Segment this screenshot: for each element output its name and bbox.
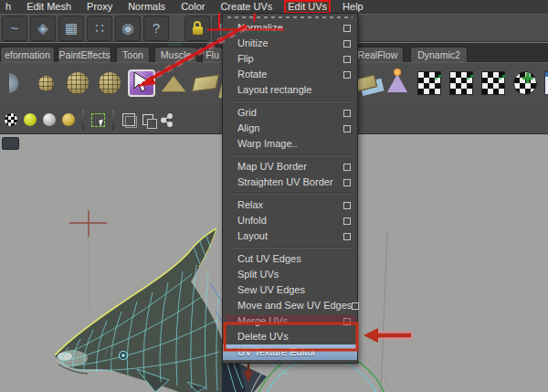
menu-item-merge-uvs[interactable]: Merge UVs (223, 313, 357, 329)
menu-create-uvs[interactable]: Create UVs (217, 1, 275, 13)
option-box-icon[interactable] (343, 125, 351, 132)
menu-item-cut-uv-edges[interactable]: Cut UV Edges (223, 251, 357, 267)
menu-item-flip[interactable]: Flip (223, 51, 357, 67)
plane-cursor-icon[interactable] (192, 66, 219, 101)
help-icon[interactable]: ? (143, 16, 169, 41)
gold-material-icon[interactable] (60, 112, 76, 128)
menu-separator (228, 193, 352, 195)
menu-item-rotate[interactable]: Rotate (223, 67, 357, 82)
option-box-icon[interactable] (343, 25, 351, 32)
toolbar-divider (82, 110, 84, 130)
checker-ball-icon (5, 113, 17, 126)
option-box-icon[interactable] (352, 302, 359, 310)
menu-proxy[interactable]: Proxy (84, 1, 115, 13)
menu-h[interactable]: h (3, 1, 14, 13)
menu-item-align[interactable]: Align (223, 121, 357, 136)
menu-item-warp-image[interactable]: Warp Image.. (223, 136, 357, 152)
menu-item-uv-texture-editor[interactable]: UV Texture Editor (223, 344, 357, 360)
lock-icon[interactable] (184, 16, 210, 41)
layer-squares-icon (142, 114, 153, 125)
shelf-tab-realflow[interactable]: RealFlow (352, 47, 404, 62)
curve-tool-icon[interactable]: ~ (2, 16, 27, 41)
option-box-icon[interactable] (343, 164, 351, 171)
viewport-corner-icon[interactable] (2, 137, 19, 150)
surfaces-icon[interactable]: ◈ (30, 16, 56, 41)
menu-items-container: NormalizeUnitizeFlipRotateLayout rectang… (223, 20, 357, 360)
menu-edit-mesh[interactable]: Edit Mesh (24, 1, 74, 13)
shelf-tab-painteffects[interactable]: PaintEffects (58, 47, 111, 62)
uv-window-icon[interactable] (543, 66, 548, 101)
lock-icon (193, 26, 203, 35)
small-wire-sphere-icon[interactable] (32, 66, 59, 101)
option-box-icon[interactable] (343, 71, 351, 79)
yellow-material-icon[interactable] (22, 112, 37, 128)
menu-item-layout[interactable]: Layout (223, 228, 357, 244)
menu-item-map-uv-border[interactable]: Map UV Border (223, 159, 357, 175)
menu-separator (228, 101, 352, 102)
menu-separator (228, 247, 352, 249)
menu-item-grid[interactable]: Grid (223, 105, 357, 121)
menu-help[interactable]: Help (340, 1, 366, 13)
menu-tearoff-handle[interactable] (223, 14, 357, 20)
option-box-icon[interactable] (343, 318, 351, 325)
shelf-tab-muscle[interactable]: Muscle (154, 47, 197, 62)
menu-item-normalize[interactable]: Normalize (223, 20, 357, 36)
menu-item-relax[interactable]: Relax (223, 197, 357, 213)
checker-plane-icon[interactable]: → (416, 66, 443, 101)
layer-squares-icon[interactable] (140, 112, 155, 128)
shelf-tab-dynamic2[interactable]: Dynamic2 (410, 47, 468, 62)
green-arrow-icon: ✚ (522, 70, 533, 87)
checker-torus-icon[interactable]: → (480, 66, 507, 101)
shelf-tab-flu[interactable]: Flu (202, 47, 223, 62)
menu-item-straighten-uv-border[interactable]: Straighten UV Border (223, 175, 357, 190)
toolbar-divider (112, 110, 114, 130)
option-box-icon[interactable] (343, 40, 351, 48)
menu-color[interactable]: Color (178, 1, 207, 13)
maya-window: hEdit MeshProxyNormalsColorCreate UVsEdi… (0, 0, 548, 392)
menu-edit-uvs[interactable]: Edit UVs (285, 1, 330, 13)
wire-cube-icon[interactable] (121, 112, 136, 128)
menu-normals[interactable]: Normals (125, 1, 168, 13)
sphere-sliver-icon[interactable] (0, 66, 27, 101)
option-box-icon[interactable] (343, 233, 351, 240)
edit-uvs-dropdown-menu: NormalizeUnitizeFlipRotateLayout rectang… (222, 13, 358, 364)
shelf-tab-eformation[interactable]: eformation (0, 47, 55, 62)
option-box-icon[interactable] (343, 202, 351, 209)
wire-sphere-icon[interactable] (64, 66, 91, 101)
menu-separator (228, 154, 352, 156)
menu-item-unfold[interactable]: Unfold (223, 213, 357, 228)
menu-item-delete-uvs[interactable]: Delete UVs (223, 329, 357, 344)
pyramid-plane-icon[interactable] (160, 66, 187, 101)
lattice-icon[interactable]: ▦ (58, 16, 84, 41)
menu-item-split-uvs[interactable]: Split UVs (223, 267, 357, 282)
shark-body (55, 228, 222, 392)
wire-sphere-icon[interactable] (96, 66, 123, 101)
option-box-icon[interactable] (343, 56, 351, 63)
share-icon[interactable] (159, 112, 174, 128)
menu-item-sew-uv-edges[interactable]: Sew UV Edges (223, 282, 357, 298)
checker-sphere-icon[interactable]: ✚ (511, 66, 539, 101)
checker-ball-icon[interactable] (3, 112, 18, 128)
menu-item-move-and-sew-uv-edges[interactable]: Move and Sew UV Edges (223, 298, 357, 313)
shelf-tab-toon[interactable]: Toon (116, 47, 150, 62)
checker-cylinder-icon[interactable]: → (448, 66, 475, 101)
menu-item-layout-rectangle[interactable]: Layout rectangle (223, 82, 357, 98)
menu-bar: hEdit MeshProxyNormalsColorCreate UVsEdi… (0, 0, 548, 14)
select-highlight-icon[interactable] (90, 112, 106, 128)
option-box-icon[interactable] (343, 217, 351, 225)
points-icon[interactable]: ∷ (87, 16, 112, 41)
shelf-icons-right: →→→✚ (352, 66, 548, 101)
option-box-icon[interactable] (343, 179, 351, 186)
volume-cone-icon[interactable] (384, 66, 411, 101)
silver-material-icon[interactable] (41, 112, 57, 128)
softmod-icon[interactable]: ◉ (115, 16, 141, 41)
glass-cube-icon[interactable] (128, 66, 155, 101)
menu-item-unitize[interactable]: Unitize (223, 36, 357, 51)
wire-cube-icon (122, 113, 135, 126)
select-highlight-icon (91, 113, 105, 127)
option-box-icon[interactable] (343, 110, 351, 117)
